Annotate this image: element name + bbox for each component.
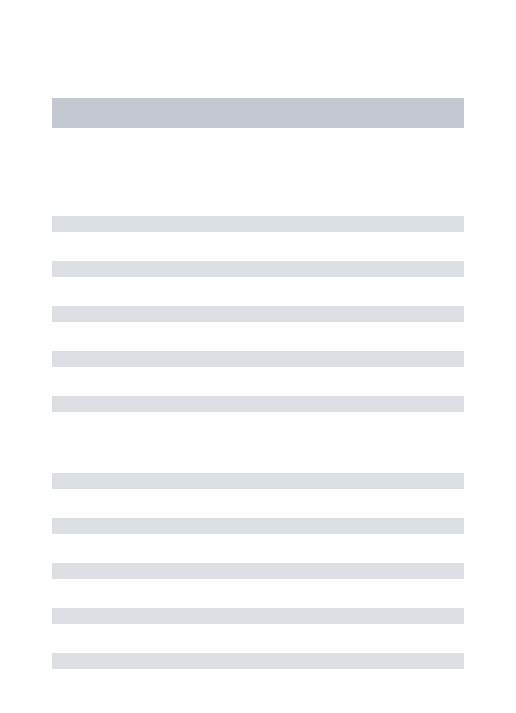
skeleton-section-gap <box>52 441 464 473</box>
skeleton-line <box>52 351 464 367</box>
skeleton-header <box>52 98 464 128</box>
skeleton-line <box>52 563 464 579</box>
skeleton-line <box>52 518 464 534</box>
skeleton-line <box>52 306 464 322</box>
skeleton-line <box>52 396 464 412</box>
skeleton-line <box>52 216 464 232</box>
skeleton-line <box>52 261 464 277</box>
skeleton-line <box>52 473 464 489</box>
skeleton-line <box>52 653 464 669</box>
skeleton-line <box>52 608 464 624</box>
